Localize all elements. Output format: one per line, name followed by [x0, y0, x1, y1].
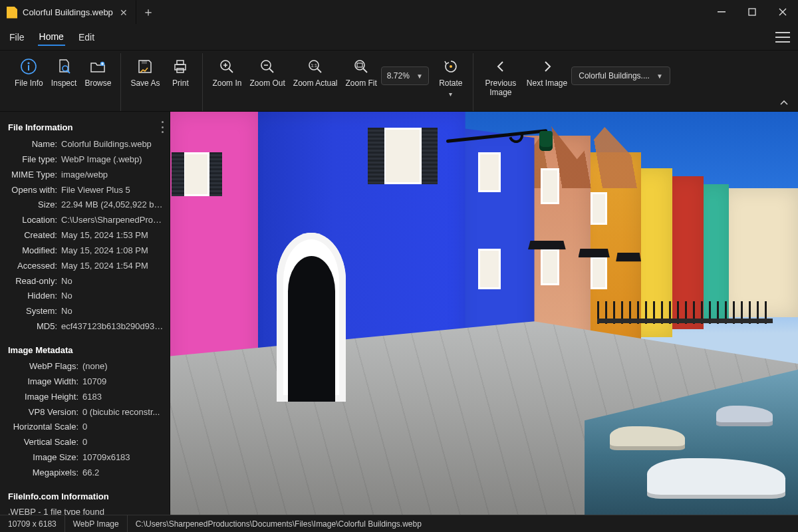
- chevron-down-icon: ▾: [449, 90, 452, 98]
- save-as-button[interactable]: Save As: [126, 56, 164, 88]
- title-bar: Colorful Buildings.webp ✕ ＋: [0, 0, 798, 24]
- file-information-header: File Information: [8, 121, 166, 133]
- document-icon: [7, 7, 17, 19]
- zoom-fit-icon: [352, 57, 370, 76]
- chevron-down-icon: ▼: [416, 72, 423, 80]
- chevron-down-icon: ▼: [656, 72, 663, 80]
- zoom-in-icon: [217, 57, 236, 76]
- zoom-actual-icon: 1:1: [306, 57, 325, 76]
- ribbon-toolbar: File Info Inspect Browse Save As Prin: [0, 51, 798, 112]
- status-path: C:\Users\SharpenedProductions\Documents\…: [128, 515, 798, 532]
- info-row-opens-with: Opens with:File Viewer Plus 5: [8, 183, 166, 198]
- ribbon-group-file: Save As Print: [121, 53, 203, 111]
- minimize-button[interactable]: [706, 0, 737, 24]
- info-row-location: Location:C:\Users\SharpenedProdu...: [8, 213, 166, 228]
- chevron-right-icon: [538, 57, 557, 76]
- svg-rect-1: [749, 9, 755, 15]
- zoom-level-select[interactable]: 8.72% ▼: [381, 66, 429, 85]
- previous-image-button[interactable]: Previous Image: [479, 56, 523, 98]
- save-icon: [136, 57, 154, 76]
- next-image-button[interactable]: Next Image: [523, 56, 571, 88]
- meta-row-vp8-version: VP8 Version:0 (bicubic reconstr...: [8, 405, 166, 420]
- inspect-icon: [55, 57, 73, 76]
- rotate-button[interactable]: Rotate ▾: [434, 56, 467, 98]
- info-row-created: Created:May 15, 2024 1:53 PM: [8, 228, 166, 243]
- menu-file[interactable]: File: [8, 29, 26, 45]
- meta-row-image-width: Image Width:10709: [8, 374, 166, 390]
- menu-bar: File Home Edit: [0, 24, 798, 51]
- info-icon: [19, 57, 38, 76]
- print-icon: [171, 57, 190, 76]
- zoom-out-button[interactable]: Zoom Out: [245, 56, 289, 88]
- info-row-mimetype: MIME Type:image/webp: [8, 168, 166, 183]
- ribbon-group-zoom: Zoom In Zoom Out 1:1 Zoom Actual Zoom Fi…: [203, 53, 473, 111]
- info-row-filetype: File type:WebP Image (.webp): [8, 152, 166, 168]
- inspect-button[interactable]: Inspect: [47, 56, 81, 88]
- close-window-button[interactable]: [767, 0, 798, 24]
- print-button[interactable]: Print: [164, 56, 197, 88]
- menu-edit[interactable]: Edit: [77, 29, 96, 45]
- file-selector-value: Colorful Buildings....: [579, 71, 650, 80]
- ribbon-group-nav: Previous Image Next Image Colorful Build…: [473, 53, 676, 111]
- chevron-up-icon: [779, 98, 789, 107]
- svg-rect-9: [177, 61, 184, 65]
- fileinfo-line: .WEBP - 1 file type found: [8, 505, 166, 515]
- status-bar: 10709 x 6183 WebP Image C:\Users\Sharpen…: [0, 515, 798, 532]
- svg-rect-16: [357, 63, 362, 67]
- image-metadata-header: Image Metadata: [8, 345, 166, 355]
- info-row-accessed: Accessed:May 15, 2024 1:54 PM: [8, 259, 166, 274]
- info-row-system: System:No: [8, 304, 166, 319]
- maximize-button[interactable]: [737, 0, 767, 24]
- new-tab-button[interactable]: ＋: [136, 0, 160, 24]
- info-row-name: Name:Colorful Buildings.webp: [8, 137, 166, 152]
- status-dimensions: 10709 x 6183: [0, 515, 65, 532]
- menu-home[interactable]: Home: [38, 29, 65, 46]
- zoom-actual-button[interactable]: 1:1 Zoom Actual: [289, 56, 342, 88]
- close-tab-icon[interactable]: ✕: [118, 7, 129, 18]
- svg-rect-7: [142, 61, 147, 64]
- zoom-fit-button[interactable]: Zoom Fit: [342, 56, 381, 88]
- meta-row-image-height: Image Height:6183: [8, 390, 166, 405]
- chevron-left-icon: [491, 57, 510, 76]
- svg-rect-4: [28, 65, 29, 70]
- meta-row-image-size: Image Size:10709x6183: [8, 450, 166, 466]
- image-viewport[interactable]: [170, 112, 798, 515]
- maximize-icon: [748, 8, 756, 16]
- file-info-button[interactable]: File Info: [11, 56, 47, 88]
- info-panel[interactable]: File Information Name:Colorful Buildings…: [0, 112, 170, 515]
- document-tab[interactable]: Colorful Buildings.webp ✕: [0, 0, 136, 24]
- svg-text:1:1: 1:1: [311, 63, 317, 68]
- window-controls: [706, 0, 798, 24]
- hamburger-menu-icon[interactable]: [775, 32, 790, 43]
- svg-point-5: [63, 66, 68, 71]
- svg-rect-0: [718, 11, 726, 13]
- svg-rect-10: [177, 68, 184, 72]
- info-row-md5: MD5:ecf437123b613b290d939c...: [8, 319, 166, 334]
- browse-button[interactable]: Browse: [80, 56, 115, 88]
- meta-row-webp-flags: WebP Flags:(none): [8, 359, 166, 374]
- file-selector[interactable]: Colorful Buildings.... ▼: [571, 66, 670, 85]
- tab-title: Colorful Buildings.webp: [23, 7, 113, 17]
- svg-point-17: [450, 65, 452, 68]
- info-row-modified: Modified:May 15, 2024 1:08 PM: [8, 243, 166, 259]
- info-row-readonly: Read-only:No: [8, 274, 166, 289]
- folder-icon: [88, 57, 107, 76]
- svg-point-15: [355, 61, 364, 70]
- meta-row-horizontal-scale: Horizontal Scale:0: [8, 420, 166, 435]
- rotate-icon: [442, 57, 460, 76]
- zoom-level-value: 8.72%: [387, 71, 410, 80]
- main-body: File Information Name:Colorful Buildings…: [0, 112, 798, 515]
- svg-point-3: [28, 62, 30, 64]
- zoom-in-button[interactable]: Zoom In: [208, 56, 245, 88]
- info-row-hidden: Hidden:No: [8, 289, 166, 304]
- meta-row-megapixels: Megapixels:66.2: [8, 466, 166, 481]
- minimize-icon: [718, 8, 726, 16]
- more-options-icon[interactable]: [162, 121, 166, 133]
- close-icon: [779, 8, 787, 16]
- fileinfo-com-header: FileInfo.com Information: [8, 491, 166, 501]
- info-row-size: Size:22.94 MB (24,052,922 bytes): [8, 198, 166, 213]
- collapse-ribbon-button[interactable]: [775, 53, 793, 111]
- status-format: WebP Image: [65, 515, 128, 532]
- ribbon-group-browse: File Info Inspect Browse: [5, 53, 121, 111]
- zoom-out-icon: [258, 57, 277, 76]
